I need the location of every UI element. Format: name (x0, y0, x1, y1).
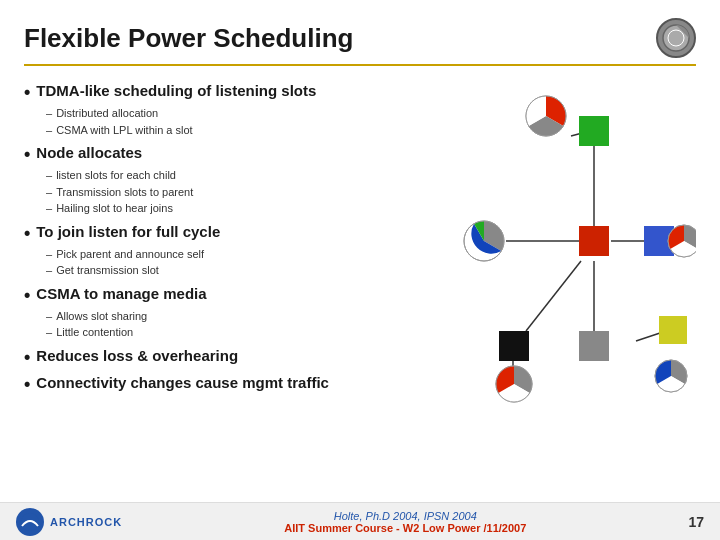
sub-bullet-4-2: Little contention (46, 324, 406, 341)
pie-bottom-left (496, 366, 532, 402)
slide-title: Flexible Power Scheduling (24, 23, 353, 54)
slide-header: Flexible Power Scheduling (24, 18, 696, 66)
footer-logo-area: ARCHROCK (16, 508, 122, 536)
slide-content: TDMA-like scheduling of listening slots … (24, 76, 696, 406)
slide-footer: ARCHROCK Holte, Ph.D 2004, IPSN 2004 AII… (0, 502, 720, 540)
bullet-4-subs: Allows slot sharing Little contention (46, 308, 406, 341)
bullet-1-subs: Distributed allocation CSMA with LPL wit… (46, 105, 406, 138)
bullet-4: CSMA to manage media (24, 285, 406, 306)
sub-bullet-1-2: CSMA with LPL within a slot (46, 122, 406, 139)
header-logo (656, 18, 696, 58)
archrock-icon (16, 508, 44, 536)
sub-bullet-2-2: Transmission slots to parent (46, 184, 406, 201)
footer-center: Holte, Ph.D 2004, IPSN 2004 AIIT Summer … (122, 510, 688, 534)
yellow-square-bottom-right (659, 316, 687, 344)
left-column: TDMA-like scheduling of listening slots … (24, 76, 406, 406)
gray-square-bottom-center (579, 331, 609, 361)
bullet-3-subs: Pick parent and announce self Get transm… (46, 246, 406, 279)
footer-citation: Holte, Ph.D 2004, IPSN 2004 (122, 510, 688, 522)
bullet-6: Connectivity changes cause mgmt traffic (24, 374, 406, 395)
black-square-bottom-left (499, 331, 529, 361)
network-diagram (416, 76, 696, 406)
bullet-5: Reduces loss & overhearing (24, 347, 406, 368)
bullet-2-subs: listen slots for each child Transmission… (46, 167, 406, 217)
sub-bullet-3-2: Get transmission slot (46, 262, 406, 279)
bullet-1: TDMA-like scheduling of listening slots (24, 82, 406, 103)
footer-page-number: 17 (688, 514, 704, 530)
diagram-svg (416, 76, 696, 406)
sub-bullet-1-1: Distributed allocation (46, 105, 406, 122)
pie-left (464, 221, 504, 261)
footer-brand-name: ARCHROCK (50, 516, 122, 528)
slide: Flexible Power Scheduling TDMA-like sche… (0, 0, 720, 540)
pie-top-left (526, 96, 566, 136)
pie-bottom-right (655, 360, 687, 392)
bullet-3: To join listen for full cycle (24, 223, 406, 244)
bullet-2: Node allocates (24, 144, 406, 165)
footer-course: AIIT Summer Course - W2 Low Power /11/20… (122, 522, 688, 534)
green-square-top (579, 116, 609, 146)
red-square-center (579, 226, 609, 256)
svg-line-7 (526, 261, 581, 331)
pie-right (668, 225, 696, 257)
sub-bullet-4-1: Allows slot sharing (46, 308, 406, 325)
sub-bullet-3-1: Pick parent and announce self (46, 246, 406, 263)
sub-bullet-2-3: Hailing slot to hear joins (46, 200, 406, 217)
sub-bullet-2-1: listen slots for each child (46, 167, 406, 184)
